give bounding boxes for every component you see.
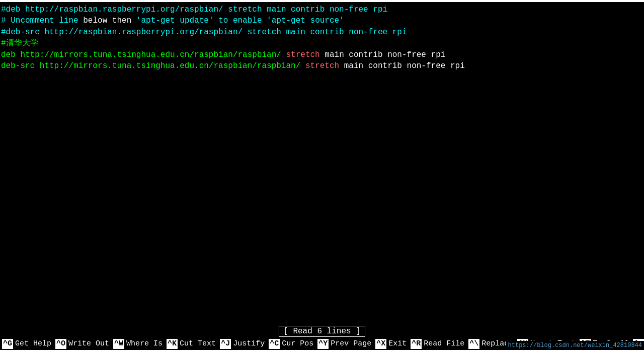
menu-key: ^O (55, 339, 66, 349)
status-bar: [ Read 6 lines ] (0, 325, 644, 338)
menu-key: ^\ (468, 339, 479, 349)
menu-key: ^X (375, 339, 386, 349)
editor-area[interactable]: #deb http://raspbian.raspberrypi.org/ras… (0, 2, 644, 74)
menu-label: Cut Text (180, 339, 216, 349)
menu-label: Write Out (68, 339, 109, 349)
code-line-line6: deb-src http://mirrors.tuna.tsinghua.edu… (1, 60, 643, 72)
menu-label: Read File (424, 339, 464, 349)
menu-item-justify[interactable]: ^JJustify (218, 338, 267, 350)
menu-label: Exit (388, 339, 407, 349)
code-line-line5: deb http://mirrors.tuna.tsinghua.edu.cn/… (1, 49, 643, 60)
menu-key: ^C (269, 339, 280, 349)
menu-label: Cur Pos (282, 339, 313, 349)
menu-item-prev-page[interactable]: ^YPrev Page (315, 338, 373, 350)
menu-key: ^W (113, 339, 124, 349)
menu-label: Get Help (15, 339, 51, 349)
code-line-line4: #清华大学 (1, 38, 643, 49)
menu-item-read-file[interactable]: ^RRead File (409, 338, 466, 350)
menu-key: ^R (411, 339, 422, 349)
menu-item-exit[interactable]: ^XExit (373, 338, 409, 350)
menu-item-cur-pos[interactable]: ^CCur Pos (267, 338, 315, 350)
menu-label: Prev Page (331, 339, 371, 349)
menu-item-write-out[interactable]: ^OWrite Out (53, 338, 111, 350)
menu-item-cut-text[interactable]: ^KCut Text (165, 338, 218, 350)
menu-label: Where Is (126, 339, 163, 349)
status-message: [ Read 6 lines ] (279, 326, 365, 337)
menu-key: ^G (2, 339, 13, 349)
menu-key: ^Y (317, 339, 329, 349)
menu-key: ^J (220, 339, 231, 349)
menu-key: ^K (167, 339, 178, 349)
code-line-line3: #deb-src http://raspbian.raspberrypi.org… (1, 27, 643, 38)
menu-item-where-is[interactable]: ^WWhere Is (111, 338, 165, 350)
menu-label: Justify (233, 339, 265, 349)
watermark: https://blog.csdn.net/weixin_42810844 (506, 341, 644, 350)
menu-item-get-help[interactable]: ^GGet Help (0, 338, 53, 350)
code-line-line2: # Uncomment line below then 'apt-get upd… (1, 15, 643, 26)
menu-row-1: ^GGet Help^OWrite Out^WWhere Is^KCut Tex… (0, 338, 373, 350)
code-line-line1: #deb http://raspbian.raspberrypi.org/ras… (1, 4, 643, 15)
